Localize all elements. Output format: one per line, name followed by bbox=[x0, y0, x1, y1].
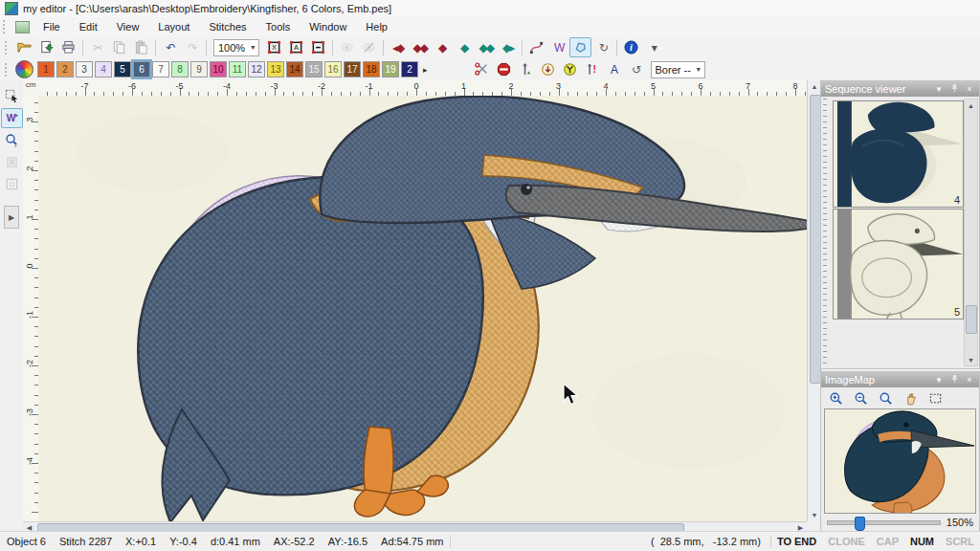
edit-stitch-tool-button[interactable] bbox=[1, 108, 23, 128]
palette-color-19[interactable]: 19 bbox=[382, 61, 399, 77]
prev-stitch-button[interactable]: ◆ bbox=[431, 37, 453, 57]
close-icon[interactable]: × bbox=[964, 84, 975, 94]
imagemap-bird-thumbnail bbox=[825, 409, 975, 513]
palette-color-17[interactable]: 17 bbox=[344, 61, 361, 77]
borer-dropdown[interactable]: Borer -- ▾ bbox=[651, 61, 705, 78]
palette-color-3[interactable]: 3 bbox=[76, 61, 93, 77]
menu-edit[interactable]: Edit bbox=[70, 18, 107, 35]
panel-menu-icon[interactable]: ▾ bbox=[933, 84, 945, 94]
menu-window[interactable]: Window bbox=[300, 18, 356, 35]
imagemap-panel: ImageMap ▾ × 150% bbox=[820, 371, 980, 532]
palette-color-18[interactable]: 18 bbox=[363, 61, 380, 77]
fit-all-icon bbox=[289, 40, 303, 55]
pan-button[interactable] bbox=[900, 388, 922, 408]
zoom-slider-track[interactable] bbox=[827, 520, 941, 525]
design-canvas[interactable] bbox=[38, 96, 807, 521]
more-tools-button[interactable]: ▾ bbox=[642, 37, 664, 57]
color-wheel-icon[interactable] bbox=[15, 60, 33, 78]
rotate-hoop-button[interactable]: ↻ bbox=[591, 37, 613, 57]
trim-button[interactable] bbox=[471, 59, 493, 79]
needle-point-button[interactable] bbox=[515, 59, 537, 79]
lettering-button[interactable]: A bbox=[603, 59, 625, 79]
scroll-up-icon[interactable]: ▲ bbox=[808, 80, 821, 93]
menu-file[interactable]: File bbox=[33, 18, 70, 35]
zoom-in-button[interactable] bbox=[825, 388, 847, 408]
stop-button[interactable] bbox=[493, 59, 515, 79]
zoom-select-button[interactable] bbox=[924, 388, 947, 408]
needle-alert-button[interactable] bbox=[581, 59, 603, 79]
canvas-vertical-scrollbar[interactable]: ▲ ▼ bbox=[807, 80, 821, 521]
transform-tool-icon bbox=[5, 177, 19, 191]
about-button[interactable] bbox=[620, 37, 642, 57]
panel-collapse-tab[interactable]: ▶ bbox=[4, 206, 19, 229]
imagemap-preview[interactable] bbox=[824, 408, 976, 514]
menu-stitches[interactable]: Stitches bbox=[199, 18, 256, 35]
freehand-select-tool-button[interactable] bbox=[569, 37, 591, 57]
save-as-button[interactable] bbox=[35, 37, 57, 57]
sequence-viewer-titlebar[interactable]: Sequence viewer ▾ × bbox=[821, 81, 979, 97]
curve-tool-button[interactable] bbox=[525, 37, 547, 57]
select-tool-button[interactable] bbox=[1, 86, 23, 106]
ruler-number: -6 bbox=[128, 81, 136, 91]
scroll-up-icon[interactable]: ▲ bbox=[965, 99, 977, 111]
zoom-actual-button[interactable] bbox=[875, 388, 897, 408]
close-icon[interactable]: × bbox=[964, 375, 975, 385]
fit-all-button[interactable] bbox=[285, 37, 307, 57]
scroll-down-icon[interactable]: ▼ bbox=[808, 509, 821, 521]
panel-menu-icon[interactable]: ▾ bbox=[933, 375, 945, 385]
palette-color-15[interactable]: 15 bbox=[305, 61, 323, 77]
machine-stop-button[interactable] bbox=[559, 59, 581, 79]
palette-color-16[interactable]: 16 bbox=[324, 61, 342, 77]
imagemap-titlebar[interactable]: ImageMap ▾ × bbox=[821, 372, 979, 387]
palette-color-10[interactable]: 10 bbox=[210, 61, 227, 77]
palette-color-12[interactable]: 12 bbox=[248, 61, 265, 77]
zoom-out-button[interactable] bbox=[850, 388, 872, 408]
palette-color-11[interactable]: 11 bbox=[229, 61, 246, 77]
palette-overflow-icon[interactable]: ▸ bbox=[420, 65, 431, 75]
stitch-w-tool-button[interactable]: W bbox=[547, 37, 569, 57]
open-button[interactable] bbox=[13, 37, 35, 57]
palette-color-5[interactable]: 5 bbox=[114, 61, 131, 77]
fit-marquee-button[interactable] bbox=[263, 37, 285, 57]
sequence-scrollbar[interactable]: ▲ ▼ bbox=[964, 99, 978, 366]
palette-color-1[interactable]: 1 bbox=[37, 61, 55, 77]
print-button[interactable] bbox=[57, 37, 79, 57]
rotate-object-icon: ↺ bbox=[632, 64, 639, 76]
sequence-item-4[interactable]: 4 bbox=[833, 100, 964, 208]
palette-color-6[interactable]: 6 bbox=[133, 61, 150, 77]
first-stitch-button[interactable]: ◂◆ bbox=[387, 37, 409, 57]
menu-view[interactable]: View bbox=[107, 18, 149, 35]
palette-color-2[interactable]: 2 bbox=[56, 61, 74, 77]
rotate-object-button[interactable]: ↺ bbox=[625, 59, 647, 79]
undo-button[interactable]: ↶ bbox=[159, 37, 181, 57]
zoom-tool-button[interactable] bbox=[1, 130, 23, 150]
needle-down-button[interactable] bbox=[537, 59, 559, 79]
palette-color-7[interactable]: 7 bbox=[152, 61, 169, 77]
palette-color-4[interactable]: 4 bbox=[95, 61, 112, 77]
fit-selection-button[interactable] bbox=[307, 37, 329, 57]
pin-icon[interactable] bbox=[948, 83, 960, 96]
menu-help[interactable]: Help bbox=[356, 18, 397, 35]
palette-color-8[interactable]: 8 bbox=[171, 61, 189, 77]
palette-color-20[interactable]: 2 bbox=[401, 61, 418, 77]
scroll-down-icon[interactable]: ▼ bbox=[965, 354, 977, 365]
menu-tools[interactable]: Tools bbox=[256, 18, 301, 35]
palette-color-13[interactable]: 13 bbox=[267, 61, 284, 77]
last-stitch-button[interactable]: ◆▸ bbox=[497, 37, 519, 57]
sequence-item-5[interactable]: 5 bbox=[833, 209, 964, 320]
zoom-slider-thumb[interactable] bbox=[855, 517, 865, 531]
sequence-scroll-thumb[interactable] bbox=[966, 305, 977, 334]
left-toolbar-icons bbox=[1, 86, 23, 196]
next-color-block-button[interactable]: ◆◆ bbox=[475, 37, 497, 57]
status-ay: AY:-16.5 bbox=[322, 536, 374, 547]
menu-layout[interactable]: Layout bbox=[148, 18, 199, 35]
prev-color-block-button[interactable]: ◆◆ bbox=[409, 37, 431, 57]
cut-button: ✂ bbox=[86, 37, 108, 57]
zoom-level-combo[interactable]: 100%▾ bbox=[213, 39, 259, 56]
ruler-number: -1 bbox=[365, 81, 372, 91]
ruler-number: 8 bbox=[792, 81, 797, 91]
next-stitch-button[interactable]: ◆ bbox=[453, 37, 475, 57]
palette-color-14[interactable]: 14 bbox=[286, 61, 303, 77]
palette-color-9[interactable]: 9 bbox=[190, 61, 208, 77]
pin-icon[interactable] bbox=[948, 374, 960, 386]
